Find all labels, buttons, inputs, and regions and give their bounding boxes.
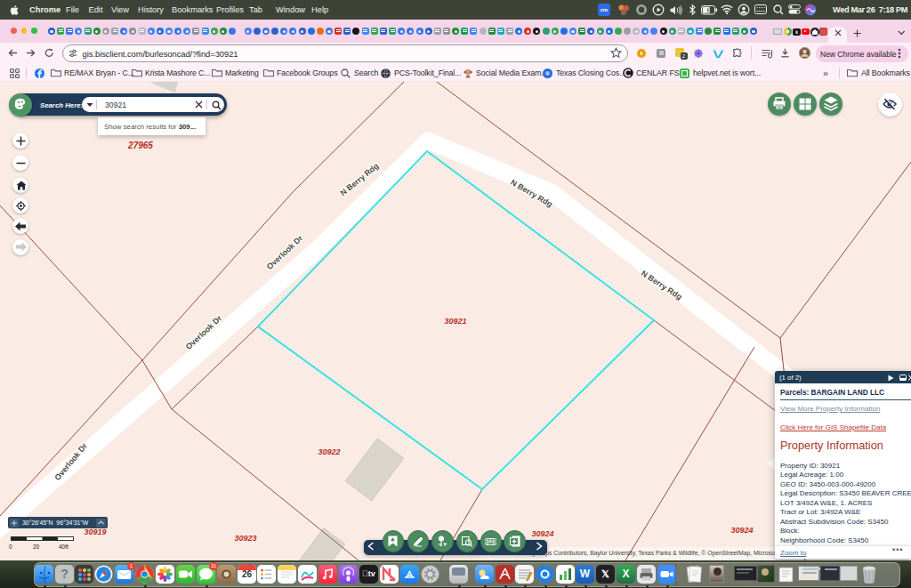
svg-text:30922: 30922 [318,447,340,456]
svg-text:30924: 30924 [531,529,553,538]
svg-text:30924: 30924 [730,526,753,535]
svg-text:30923: 30923 [234,534,256,543]
svg-text:27965: 27965 [127,141,153,150]
svg-text:30921: 30921 [444,317,466,326]
svg-text:30919: 30919 [84,528,106,536]
